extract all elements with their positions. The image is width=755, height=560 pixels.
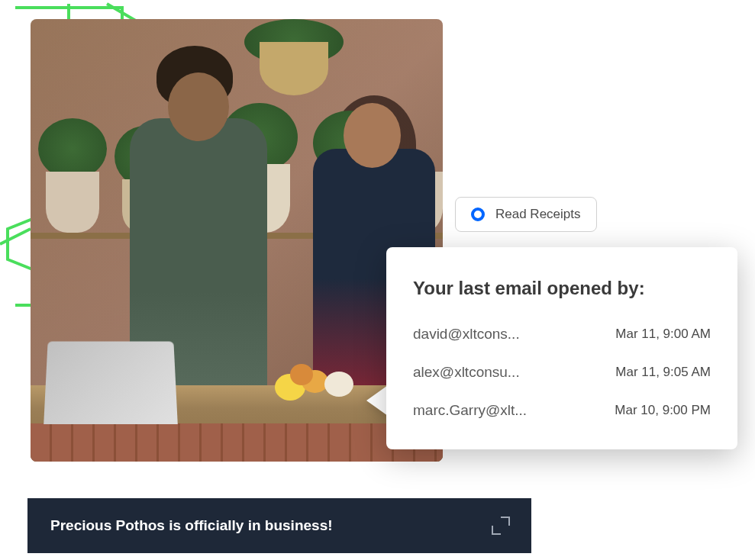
badge-label: Read Receipts bbox=[495, 207, 581, 222]
recipient-email: marc.Garry@xlt... bbox=[413, 402, 527, 419]
opened-timestamp: Mar 11, 9:00 AM bbox=[615, 327, 711, 342]
email-open-row: david@xltcons... Mar 11, 9:00 AM bbox=[413, 326, 711, 343]
email-opened-card: Your last email opened by: david@xltcons… bbox=[386, 247, 737, 449]
opened-timestamp: Mar 10, 9:00 PM bbox=[615, 403, 711, 418]
recipient-email: david@xltcons... bbox=[413, 326, 520, 343]
banner-text: Precious Pothos is officially in busines… bbox=[50, 517, 333, 534]
card-title: Your last email opened by: bbox=[413, 278, 711, 299]
expand-icon[interactable] bbox=[493, 518, 508, 533]
read-receipts-badge[interactable]: Read Receipts bbox=[455, 197, 597, 232]
announcement-banner[interactable]: Precious Pothos is officially in busines… bbox=[27, 498, 531, 553]
opened-timestamp: Mar 11, 9:05 AM bbox=[615, 365, 711, 380]
recipient-email: alex@xltconsu... bbox=[413, 364, 520, 381]
radio-selected-icon bbox=[471, 208, 485, 221]
email-open-row: marc.Garry@xlt... Mar 10, 9:00 PM bbox=[413, 402, 711, 419]
email-open-row: alex@xltconsu... Mar 11, 9:05 AM bbox=[413, 364, 711, 381]
